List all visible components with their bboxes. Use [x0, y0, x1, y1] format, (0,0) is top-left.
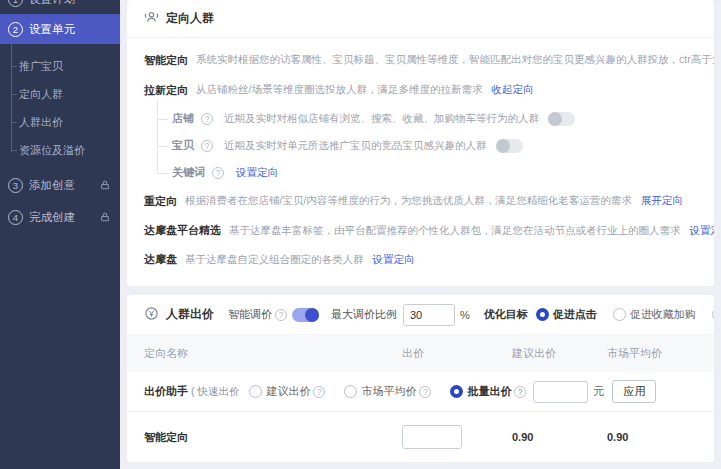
goal-option-label: 促进收藏加购: [630, 307, 696, 322]
goal-label: 优化目标: [484, 307, 528, 322]
retargeting-label: 重定向: [144, 194, 177, 209]
bidding-card-title: 人群出价: [166, 306, 214, 323]
campaign-setup-page: 1 设置计划 2 设置单元 推广宝贝 定向人群 人群出价 资源位及溢价 3 添加…: [0, 0, 721, 469]
steps-sidebar: 1 设置计划 2 设置单元 推广宝贝 定向人群 人群出价 资源位及溢价 3 添加…: [0, 0, 120, 469]
max-ratio-input[interactable]: [403, 304, 455, 326]
assist-option-suggested[interactable]: 建议出价 ?: [249, 384, 328, 399]
radio-icon: [344, 385, 357, 398]
audience-icon: [144, 9, 159, 28]
smart-targeting-bid-input[interactable]: [402, 425, 462, 449]
step-2-label: 设置单元: [29, 22, 75, 37]
radio-selected-icon: [536, 308, 549, 321]
toggle-knob: [496, 139, 510, 153]
targeting-rows: 智能定向 系统实时根据您的访客属性、宝贝标题、宝贝属性等维度，智能匹配出对您的宝…: [127, 38, 714, 274]
item-toggle[interactable]: [496, 139, 523, 153]
col-suggested-bid: 建议出价: [512, 346, 607, 361]
col-market-avg: 市场平均价: [607, 346, 697, 361]
smart-pricing-label: 智能调价: [228, 307, 272, 322]
sidebar-step-finish[interactable]: 4 完成创建: [0, 202, 120, 232]
lock-icon: [100, 180, 110, 190]
assist-option-market[interactable]: 市场平均价 ?: [344, 384, 434, 399]
step-3-label: 添加创意: [29, 178, 75, 193]
help-icon[interactable]: ?: [275, 309, 287, 321]
sidebar-item-label: 资源位及溢价: [19, 143, 85, 158]
col-bid: 出价: [402, 346, 512, 361]
sidebar-item-targeting[interactable]: 定向人群: [0, 80, 120, 108]
main-content: 定向人群 智能定向 系统实时根据您的访客属性、宝贝标题、宝贝属性等维度，智能匹配…: [120, 0, 721, 469]
goal-option-clicks[interactable]: 促进点击: [536, 307, 597, 322]
market-avg-value: 0.90: [607, 431, 697, 443]
assist-option-label: 市场平均价: [361, 384, 416, 399]
bid-icon: [144, 306, 159, 323]
shop-desc: 近期及实时对相似店铺有浏览、搜索、收藏、加购物车等行为的人群: [224, 112, 539, 126]
dmp-platform-set-link[interactable]: 设置定向: [690, 224, 715, 238]
help-icon[interactable]: ?: [313, 386, 325, 398]
dmp-row: 达摩盘 基于达摩盘自定义组合圈定的各类人群 设置定向: [144, 245, 697, 274]
pull-new-targeting-row: 拉新定向 从店铺粉丝/场景等维度圈选投放人群，满足多维度的拉新需求 收起定向: [144, 75, 697, 105]
step-3-number: 3: [8, 178, 23, 193]
help-icon[interactable]: ?: [419, 386, 431, 398]
step-1-label: 设置计划: [29, 0, 75, 7]
help-icon[interactable]: ?: [201, 140, 213, 152]
sidebar-item-label: 推广宝贝: [19, 59, 63, 74]
yuan-unit-label: 元: [593, 384, 604, 399]
bid-row-input-cell: [402, 425, 512, 449]
goal-option-conversion[interactable]: 促进成交: [712, 307, 714, 322]
dmp-platform-label: 达摩盘平台精选: [144, 223, 221, 238]
assist-option-label: 建议出价: [266, 384, 310, 399]
shop-toggle[interactable]: [548, 112, 575, 126]
smart-targeting-label: 智能定向: [144, 53, 188, 68]
sidebar-item-audience-bid[interactable]: 人群出价: [0, 108, 120, 136]
item-targeting-row: 宝贝 ? 近期及实时对单元所选推广宝贝的竞品宝贝感兴趣的人群: [172, 132, 697, 159]
bid-assistant-label: 出价助手: [144, 384, 188, 399]
bid-assistant-row: 出价助手 ( 快速出价 建议出价 ? 市场平均价 ? 批量出价 ?: [127, 372, 714, 412]
batch-bid-input[interactable]: [533, 381, 588, 403]
help-icon[interactable]: ?: [514, 386, 526, 398]
radio-icon: [712, 308, 714, 321]
collapse-targeting-link[interactable]: 收起定向: [491, 83, 533, 97]
sidebar-item-placement-premium[interactable]: 资源位及溢价: [0, 136, 120, 164]
bid-assistant-prefix: ( 快速出价: [191, 385, 239, 399]
sidebar-item-promote-item[interactable]: 推广宝贝: [0, 52, 120, 80]
pull-new-sub-rows: 店铺 ? 近期及实时对相似店铺有浏览、搜索、收藏、加购物车等行为的人群 宝贝 ?…: [157, 105, 697, 186]
suggested-bid-value: 0.90: [512, 431, 607, 443]
assist-option-batch[interactable]: 批量出价 ?: [450, 384, 529, 399]
bid-table-header: 定向名称 出价 建议出价 市场平均价: [127, 335, 714, 372]
dmp-label: 达摩盘: [144, 252, 177, 267]
item-desc: 近期及实时对单元所选推广宝贝的竞品宝贝感兴趣的人群: [224, 139, 487, 153]
help-icon[interactable]: ?: [201, 113, 213, 125]
assist-option-label: 批量出价: [467, 384, 511, 399]
help-icon[interactable]: ?: [212, 167, 224, 179]
sidebar-item-label: 人群出价: [19, 115, 63, 130]
sidebar-step-set-plan[interactable]: 1 设置计划: [0, 0, 120, 14]
targeting-card-header: 定向人群: [127, 0, 714, 38]
keyword-label: 关键词: [172, 165, 205, 180]
bidding-card-header: 人群出价 智能调价 ? 最大调价比例 % 优化目标 促进点击 促进收藏加购: [127, 295, 714, 335]
smart-pricing-toggle[interactable]: [292, 308, 319, 322]
dmp-desc: 基于达摩盘自定义组合圈定的各类人群: [185, 253, 364, 267]
expand-targeting-link[interactable]: 展开定向: [641, 194, 683, 208]
smart-targeting-bid-row: 智能定向 0.90 0.90: [127, 412, 714, 462]
step-1-number: 1: [8, 0, 23, 7]
radio-selected-icon: [450, 385, 463, 398]
smart-targeting-desc: 系统实时根据您的访客属性、宝贝标题、宝贝属性等维度，智能匹配出对您的宝贝更感兴趣…: [196, 53, 714, 67]
keyword-set-targeting-link[interactable]: 设置定向: [236, 166, 278, 180]
step-4-label: 完成创建: [29, 210, 75, 225]
goal-option-favorites[interactable]: 促进收藏加购: [613, 307, 696, 322]
lock-icon: [100, 212, 110, 222]
pull-new-desc: 从店铺粉丝/场景等维度圈选投放人群，满足多维度的拉新需求: [196, 83, 482, 97]
step-4-number: 4: [8, 210, 23, 225]
dmp-set-link[interactable]: 设置定向: [373, 253, 415, 267]
toggle-knob: [305, 308, 319, 322]
apply-button[interactable]: 应用: [612, 380, 656, 403]
sidebar-sub-list: 推广宝贝 定向人群 人群出价 资源位及溢价: [0, 44, 120, 170]
sidebar-item-label: 定向人群: [19, 87, 63, 102]
pull-new-label: 拉新定向: [144, 83, 188, 98]
radio-icon: [613, 308, 626, 321]
toggle-knob: [548, 112, 562, 126]
bidding-card: 人群出价 智能调价 ? 最大调价比例 % 优化目标 促进点击 促进收藏加购: [127, 295, 714, 462]
sidebar-step-add-creative[interactable]: 3 添加创意: [0, 170, 120, 200]
step-2-number: 2: [8, 22, 23, 37]
sidebar-step-set-unit[interactable]: 2 设置单元: [0, 14, 120, 44]
goal-option-label: 促进点击: [553, 307, 597, 322]
